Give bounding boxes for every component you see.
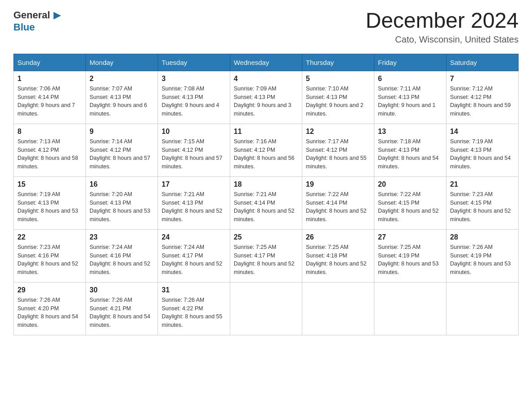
day-info: Sunrise: 7:14 AMSunset: 4:12 PMDaylight:… — [90, 137, 154, 171]
day-number: 6 — [378, 75, 442, 83]
day-number: 3 — [162, 75, 226, 83]
day-info: Sunrise: 7:20 AMSunset: 4:13 PMDaylight:… — [90, 190, 154, 224]
day-cell: 8 Sunrise: 7:13 AMSunset: 4:12 PMDayligh… — [14, 124, 86, 176]
day-cell: 11 Sunrise: 7:16 AMSunset: 4:12 PMDaylig… — [230, 124, 302, 176]
day-number: 2 — [90, 75, 154, 83]
day-number: 12 — [306, 128, 370, 136]
day-cell: 20 Sunrise: 7:22 AMSunset: 4:15 PMDaylig… — [374, 176, 446, 229]
day-number: 19 — [306, 180, 370, 188]
day-cell: 24 Sunrise: 7:24 AMSunset: 4:17 PMDaylig… — [158, 229, 230, 282]
day-cell — [230, 282, 302, 335]
week-row-1: 1 Sunrise: 7:06 AMSunset: 4:14 PMDayligh… — [14, 71, 519, 124]
day-cell: 31 Sunrise: 7:26 AMSunset: 4:22 PMDaylig… — [158, 282, 230, 335]
day-info: Sunrise: 7:23 AMSunset: 4:15 PMDaylight:… — [450, 190, 515, 224]
day-info: Sunrise: 7:15 AMSunset: 4:12 PMDaylight:… — [162, 137, 226, 171]
day-cell: 1 Sunrise: 7:06 AMSunset: 4:14 PMDayligh… — [14, 71, 86, 124]
day-number: 20 — [378, 180, 442, 188]
day-number: 8 — [17, 128, 82, 136]
day-info: Sunrise: 7:16 AMSunset: 4:12 PMDaylight:… — [234, 137, 298, 171]
day-info: Sunrise: 7:26 AMSunset: 4:20 PMDaylight:… — [17, 296, 82, 330]
logo-line: General ► — [13, 9, 64, 21]
day-info: Sunrise: 7:06 AMSunset: 4:14 PMDaylight:… — [17, 85, 82, 118]
calendar-table: Sunday Monday Tuesday Wednesday Thursday… — [13, 54, 519, 335]
day-info: Sunrise: 7:18 AMSunset: 4:13 PMDaylight:… — [378, 137, 442, 171]
title-area: December 2024 Cato, Wisconsin, United St… — [365, 9, 519, 45]
day-cell: 12 Sunrise: 7:17 AMSunset: 4:12 PMDaylig… — [302, 124, 374, 176]
day-number: 15 — [17, 180, 82, 188]
day-cell: 9 Sunrise: 7:14 AMSunset: 4:12 PMDayligh… — [86, 124, 158, 176]
logo-chevron-icon: ► — [51, 9, 64, 21]
day-number: 22 — [17, 233, 82, 241]
day-number: 7 — [450, 75, 515, 83]
day-info: Sunrise: 7:24 AMSunset: 4:17 PMDaylight:… — [162, 243, 226, 277]
logo-blue-text: Blue — [13, 21, 35, 33]
day-cell: 23 Sunrise: 7:24 AMSunset: 4:16 PMDaylig… — [86, 229, 158, 282]
day-number: 4 — [234, 75, 298, 83]
day-number: 25 — [234, 233, 298, 241]
col-wednesday: Wednesday — [230, 54, 302, 71]
week-row-3: 15 Sunrise: 7:19 AMSunset: 4:13 PMDaylig… — [14, 176, 519, 229]
col-saturday: Saturday — [446, 54, 519, 71]
day-cell: 27 Sunrise: 7:25 AMSunset: 4:19 PMDaylig… — [374, 229, 446, 282]
day-number: 13 — [378, 128, 442, 136]
day-number: 24 — [162, 233, 226, 241]
day-info: Sunrise: 7:17 AMSunset: 4:12 PMDaylight:… — [306, 137, 370, 171]
day-number: 18 — [234, 180, 298, 188]
col-sunday: Sunday — [14, 54, 86, 71]
logo: General ► Blue — [13, 9, 64, 33]
header: General ► Blue December 2024 Cato, Wisco… — [13, 9, 519, 45]
day-info: Sunrise: 7:07 AMSunset: 4:13 PMDaylight:… — [90, 85, 154, 118]
header-row: Sunday Monday Tuesday Wednesday Thursday… — [14, 54, 519, 71]
day-cell: 3 Sunrise: 7:08 AMSunset: 4:13 PMDayligh… — [158, 71, 230, 124]
day-cell: 10 Sunrise: 7:15 AMSunset: 4:12 PMDaylig… — [158, 124, 230, 176]
day-cell: 22 Sunrise: 7:23 AMSunset: 4:16 PMDaylig… — [14, 229, 86, 282]
day-cell: 5 Sunrise: 7:10 AMSunset: 4:13 PMDayligh… — [302, 71, 374, 124]
week-row-5: 29 Sunrise: 7:26 AMSunset: 4:20 PMDaylig… — [14, 282, 519, 335]
day-number: 27 — [378, 233, 442, 241]
day-info: Sunrise: 7:26 AMSunset: 4:22 PMDaylight:… — [162, 296, 226, 330]
day-cell: 26 Sunrise: 7:25 AMSunset: 4:18 PMDaylig… — [302, 229, 374, 282]
day-info: Sunrise: 7:09 AMSunset: 4:13 PMDaylight:… — [234, 85, 298, 118]
day-info: Sunrise: 7:25 AMSunset: 4:17 PMDaylight:… — [234, 243, 298, 277]
day-cell: 28 Sunrise: 7:26 AMSunset: 4:19 PMDaylig… — [446, 229, 519, 282]
day-cell: 17 Sunrise: 7:21 AMSunset: 4:13 PMDaylig… — [158, 176, 230, 229]
day-info: Sunrise: 7:12 AMSunset: 4:12 PMDaylight:… — [450, 85, 515, 118]
day-cell: 25 Sunrise: 7:25 AMSunset: 4:17 PMDaylig… — [230, 229, 302, 282]
day-cell — [446, 282, 519, 335]
day-number: 28 — [450, 233, 515, 241]
week-row-2: 8 Sunrise: 7:13 AMSunset: 4:12 PMDayligh… — [14, 124, 519, 176]
day-number: 11 — [234, 128, 298, 136]
day-info: Sunrise: 7:22 AMSunset: 4:15 PMDaylight:… — [378, 190, 442, 224]
day-number: 29 — [17, 286, 82, 294]
day-number: 1 — [17, 75, 82, 83]
day-info: Sunrise: 7:13 AMSunset: 4:12 PMDaylight:… — [17, 137, 82, 171]
day-info: Sunrise: 7:25 AMSunset: 4:18 PMDaylight:… — [306, 243, 370, 277]
col-thursday: Thursday — [302, 54, 374, 71]
day-number: 9 — [90, 128, 154, 136]
day-number: 23 — [90, 233, 154, 241]
day-info: Sunrise: 7:24 AMSunset: 4:16 PMDaylight:… — [90, 243, 154, 277]
day-info: Sunrise: 7:21 AMSunset: 4:14 PMDaylight:… — [234, 190, 298, 224]
logo-blue-line: Blue — [13, 21, 35, 33]
day-cell: 21 Sunrise: 7:23 AMSunset: 4:15 PMDaylig… — [446, 176, 519, 229]
col-friday: Friday — [374, 54, 446, 71]
logo-general-text: General — [13, 9, 50, 21]
day-cell: 19 Sunrise: 7:22 AMSunset: 4:14 PMDaylig… — [302, 176, 374, 229]
day-cell: 14 Sunrise: 7:19 AMSunset: 4:13 PMDaylig… — [446, 124, 519, 176]
day-cell: 29 Sunrise: 7:26 AMSunset: 4:20 PMDaylig… — [14, 282, 86, 335]
week-row-4: 22 Sunrise: 7:23 AMSunset: 4:16 PMDaylig… — [14, 229, 519, 282]
day-info: Sunrise: 7:11 AMSunset: 4:13 PMDaylight:… — [378, 85, 442, 118]
day-info: Sunrise: 7:22 AMSunset: 4:14 PMDaylight:… — [306, 190, 370, 224]
day-info: Sunrise: 7:25 AMSunset: 4:19 PMDaylight:… — [378, 243, 442, 277]
day-number: 16 — [90, 180, 154, 188]
page-container: General ► Blue December 2024 Cato, Wisco… — [13, 9, 519, 335]
day-info: Sunrise: 7:26 AMSunset: 4:19 PMDaylight:… — [450, 243, 515, 277]
day-cell: 6 Sunrise: 7:11 AMSunset: 4:13 PMDayligh… — [374, 71, 446, 124]
day-number: 5 — [306, 75, 370, 83]
col-monday: Monday — [86, 54, 158, 71]
calendar-body: 1 Sunrise: 7:06 AMSunset: 4:14 PMDayligh… — [14, 71, 519, 335]
day-cell: 15 Sunrise: 7:19 AMSunset: 4:13 PMDaylig… — [14, 176, 86, 229]
day-cell: 18 Sunrise: 7:21 AMSunset: 4:14 PMDaylig… — [230, 176, 302, 229]
day-info: Sunrise: 7:10 AMSunset: 4:13 PMDaylight:… — [306, 85, 370, 118]
day-cell: 16 Sunrise: 7:20 AMSunset: 4:13 PMDaylig… — [86, 176, 158, 229]
